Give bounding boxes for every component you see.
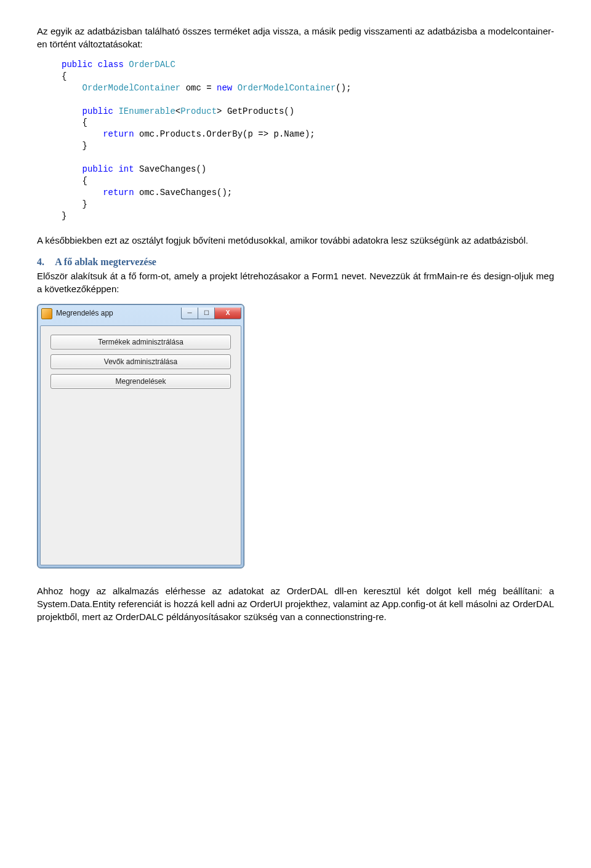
code-token <box>62 106 82 116</box>
code-token: } <box>62 199 87 209</box>
paragraph-design: Először alakítsuk át a fő form-ot, amely… <box>37 271 554 294</box>
code-token: < <box>175 106 180 116</box>
window-frame: Megrendelés app ─ ☐ X Termékek adminiszt… <box>37 304 244 568</box>
code-token <box>62 164 82 174</box>
window-controls: ─ ☐ X <box>181 308 241 319</box>
code-token: { <box>62 71 66 81</box>
code-token: { <box>62 176 87 186</box>
app-icon <box>41 308 52 319</box>
orders-button[interactable]: Megrendelések <box>50 374 231 389</box>
form-screenshot: Megrendelés app ─ ☐ X Termékek adminiszt… <box>37 304 554 568</box>
code-token: public <box>82 106 113 116</box>
code-block-orderdalc: public class OrderDALC { OrderModelConta… <box>62 59 554 221</box>
maximize-button[interactable]: ☐ <box>198 308 215 319</box>
code-token: } <box>62 141 87 151</box>
code-token: omc = <box>180 83 217 93</box>
code-token: public <box>82 164 113 174</box>
paragraph-config: Ahhoz hogy az alkalmazás elérhesse az ad… <box>37 584 554 623</box>
code-token: Product <box>180 106 217 116</box>
code-token: OrderDALC <box>129 60 175 70</box>
minimize-button[interactable]: ─ <box>181 308 198 319</box>
code-token: int <box>118 164 134 174</box>
code-token: omc.SaveChanges(); <box>134 188 233 197</box>
code-token: { <box>62 117 87 127</box>
code-token: class <box>98 60 124 70</box>
close-button[interactable]: X <box>215 308 241 319</box>
code-token: > GetProducts() <box>217 106 294 116</box>
code-token: OrderModelContainer <box>82 83 181 93</box>
code-token: new <box>217 83 232 93</box>
heading-4-number: 4. <box>37 255 53 269</box>
code-token <box>232 83 237 93</box>
code-token: } <box>62 211 66 221</box>
code-token: OrderModelContainer <box>238 83 336 93</box>
code-token <box>62 83 82 93</box>
heading-4-title: A fő ablak megtervezése <box>55 257 156 267</box>
products-admin-button[interactable]: Termékek adminisztrálása <box>50 335 231 349</box>
code-token <box>62 129 103 139</box>
titlebar: Megrendelés app ─ ☐ X <box>38 305 244 323</box>
code-token: omc.Products.OrderBy(p => p.Name); <box>134 129 315 139</box>
code-token: SaveChanges() <box>134 164 207 174</box>
window-title: Megrendelés app <box>56 308 177 319</box>
code-token <box>62 188 103 197</box>
customers-admin-button[interactable]: Vevők adminisztrálása <box>50 354 231 369</box>
code-token: IEnumerable <box>118 106 175 116</box>
section-4: 4. A fő ablak megtervezése Először alakí… <box>37 255 554 295</box>
code-token: (); <box>336 83 351 93</box>
paragraph-intro: Az egyik az adatbázisban található össze… <box>37 25 554 50</box>
paragraph-later: A későbbiekben ezt az osztályt fogjuk bő… <box>37 234 554 247</box>
window-client-area: Termékek adminisztrálása Vevők adminiszt… <box>40 325 241 565</box>
code-token: return <box>103 188 134 197</box>
heading-4: 4. A fő ablak megtervezése <box>37 257 156 267</box>
code-token: return <box>103 129 134 139</box>
code-token: public <box>62 60 92 70</box>
